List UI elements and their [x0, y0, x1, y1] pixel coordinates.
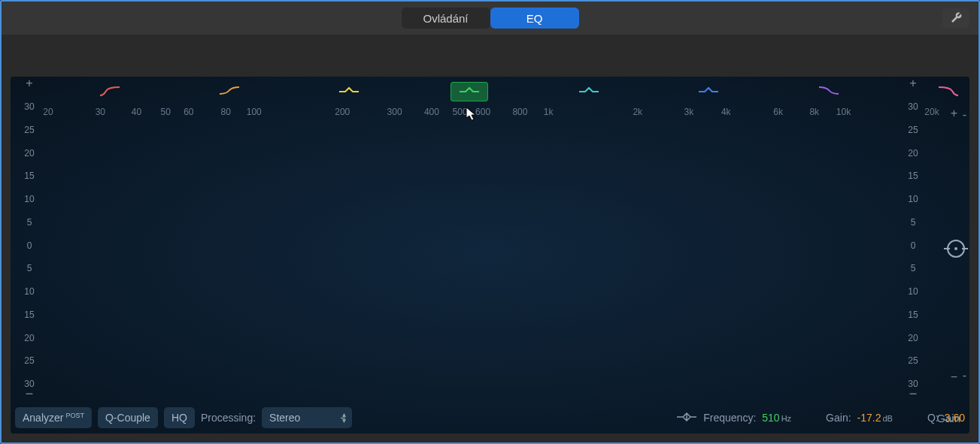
db-tick: 10 — [894, 286, 932, 297]
gain-plus-icon[interactable]: + — [951, 107, 957, 120]
freq-tick: 30 — [96, 107, 105, 117]
analyzer-button[interactable]: AnalyzerPOST — [15, 407, 92, 428]
db-tick: 5 — [894, 263, 932, 273]
db-tick: 25 — [11, 355, 48, 366]
db-tick: 10 — [11, 194, 48, 204]
freq-tick: 300 — [387, 107, 402, 117]
db-tick: 15 — [894, 171, 932, 181]
db-tick: 25 — [894, 125, 932, 135]
freq-tick: 400 — [424, 107, 439, 117]
tab-eq[interactable]: EQ — [490, 8, 579, 29]
freq-tick: 800 — [512, 107, 527, 117]
db-tick: 30 — [894, 101, 932, 112]
q-couple-button[interactable]: Q-Couple — [98, 407, 158, 428]
settings-button[interactable] — [942, 8, 969, 28]
band-button-2[interactable] — [211, 82, 248, 101]
db-scale-right: 30252015105051015202530 — [894, 107, 932, 384]
freq-tick: 10k — [836, 107, 851, 117]
tab-group: Ovládání EQ — [402, 8, 579, 29]
band-button-1[interactable] — [91, 82, 129, 101]
top-tab-bar: Ovládání EQ — [2, 2, 978, 35]
db-tick: 5 — [894, 217, 932, 228]
band-button-6[interactable] — [690, 82, 727, 101]
freq-tick: 600 — [475, 107, 490, 117]
tab-control[interactable]: Ovládání — [402, 8, 490, 29]
band-button-3[interactable] — [330, 82, 368, 101]
processing-select[interactable]: Stereo ▴▾ — [262, 407, 352, 428]
gain-inc-icon[interactable]: - — [963, 108, 966, 122]
gain-slider-column: + - − - — [932, 107, 969, 384]
db-tick: 15 — [11, 171, 48, 181]
freq-tick: 6k — [773, 107, 783, 117]
processing-label: Processing: — [201, 412, 256, 424]
master-gain-knob[interactable] — [947, 240, 965, 258]
eq-panel: + + 30252015105051015202530 203040506080… — [11, 77, 969, 433]
spacer — [2, 35, 978, 77]
freq-tick: 80 — [220, 107, 230, 117]
gain-minus-icon[interactable]: − — [951, 370, 957, 384]
gain-label: Gain: — [826, 412, 851, 424]
freq-tick: 60 — [184, 107, 193, 117]
freq-tick: 3k — [684, 107, 694, 117]
freq-tick: 4k — [721, 107, 731, 117]
freq-tick: 2k — [633, 107, 642, 117]
scale-plus-left: + — [11, 77, 48, 90]
db-scale-left: 30252015105051015202530 — [11, 107, 48, 384]
db-tick: 25 — [894, 355, 932, 366]
eq-window: Ovládání EQ + + 30252015105051015202530 … — [0, 0, 980, 444]
band-selector-row: + + — [11, 77, 969, 107]
scale-plus-right: + — [894, 77, 932, 90]
bottom-scale-row: − − — [11, 384, 969, 402]
db-tick: 0 — [894, 240, 932, 251]
freq-tick: 200 — [335, 107, 350, 117]
db-tick: 15 — [11, 310, 48, 320]
frequency-value[interactable]: 510Hz — [762, 412, 791, 424]
band-button-7[interactable] — [810, 82, 848, 101]
db-tick: 5 — [11, 217, 48, 228]
db-tick: 20 — [11, 148, 48, 159]
gain-side-label: Gain — [936, 412, 960, 424]
band-button-4[interactable] — [451, 82, 488, 101]
band-button-8[interactable] — [930, 82, 967, 101]
bottom-toolbar: AnalyzerPOST Q-Couple HQ Processing: Ste… — [11, 402, 969, 433]
freq-tick: 1k — [544, 107, 554, 117]
frequency-label: Frequency: — [703, 412, 756, 424]
freq-tick: 8k — [809, 107, 819, 117]
graph-container: 30252015105051015202530 2030405060801002… — [11, 107, 969, 384]
db-tick: 10 — [894, 194, 932, 204]
band-shape-icon — [676, 412, 697, 424]
freq-tick: 50 — [161, 107, 171, 117]
freq-tick: 20 — [43, 107, 53, 117]
scale-minus-right: − — [894, 386, 932, 402]
gain-value[interactable]: -17.2dB — [857, 412, 893, 424]
freq-tick: 100 — [247, 107, 262, 117]
db-tick: 20 — [894, 333, 932, 343]
freq-tick: 500 — [453, 107, 468, 117]
band-button-5[interactable] — [570, 82, 608, 101]
db-tick: 10 — [11, 286, 48, 297]
db-tick: 20 — [11, 333, 48, 343]
db-tick: 5 — [11, 263, 48, 273]
db-tick: 25 — [11, 125, 48, 135]
db-tick: 15 — [894, 310, 932, 320]
freq-tick: 40 — [132, 107, 141, 117]
scale-minus-left: − — [11, 386, 48, 402]
gain-dec-icon[interactable]: - — [963, 369, 966, 382]
db-tick: 0 — [11, 240, 48, 251]
db-tick: 20 — [894, 148, 932, 159]
hq-button[interactable]: HQ — [164, 407, 195, 428]
wrench-icon — [949, 11, 963, 25]
